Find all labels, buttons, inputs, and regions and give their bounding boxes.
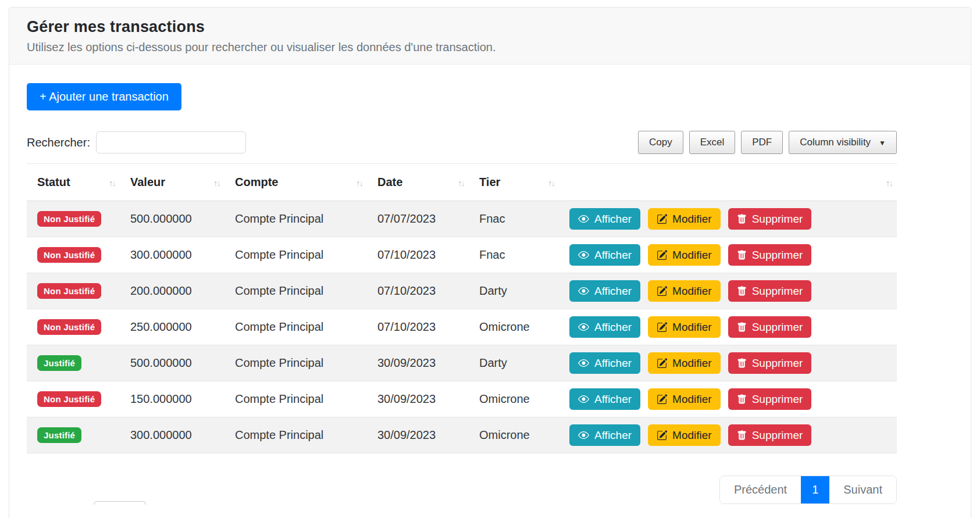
cell-date: 30/09/2023 — [367, 417, 469, 453]
column-header-compte[interactable]: Compte↑↓ — [224, 164, 367, 201]
status-badge: Non Justifié — [37, 319, 101, 335]
table-row: Justifié500.000000Compte Principal30/09/… — [27, 345, 897, 381]
column-visibility-button[interactable]: Column visibility▼ — [789, 131, 897, 154]
view-button[interactable]: Afficher — [569, 316, 640, 338]
edit-button[interactable]: Modifier — [648, 244, 721, 266]
edit-icon — [657, 250, 667, 260]
view-button[interactable]: Afficher — [569, 388, 640, 410]
cell-date: 07/10/2023 — [367, 309, 469, 345]
pdf-button[interactable]: PDF — [741, 131, 783, 154]
column-header-actions[interactable]: ↑↓ — [559, 164, 897, 201]
pagination: Précédent 1 Suivant — [719, 476, 897, 504]
transactions-card: Gérer mes transactions Utilisez les opti… — [9, 7, 971, 518]
eye-icon — [578, 321, 589, 333]
cell-compte: Compte Principal — [224, 417, 367, 453]
edit-button[interactable]: Modifier — [648, 352, 721, 374]
table-controls: Rechercher: Copy Excel PDF Column visibi… — [27, 131, 897, 154]
view-button[interactable]: Afficher — [569, 280, 640, 302]
column-header-tier[interactable]: Tier↑↓ — [469, 164, 559, 201]
sort-icon[interactable]: ↑↓ — [109, 177, 115, 187]
sort-icon[interactable]: ↑↓ — [886, 177, 892, 187]
excel-button[interactable]: Excel — [689, 131, 736, 154]
cell-compte: Compte Principal — [224, 381, 367, 417]
cell-date: 30/09/2023 — [367, 345, 469, 381]
cell-actions: AfficherModifierSupprimer — [559, 381, 897, 417]
cell-valeur: 500.000000 — [120, 345, 224, 381]
search-label: Rechercher: — [27, 136, 90, 149]
sort-icon[interactable]: ↑↓ — [356, 177, 362, 187]
cell-actions: AfficherModifierSupprimer — [559, 237, 897, 273]
edit-button[interactable]: Modifier — [648, 280, 721, 302]
cell-valeur: 150.000000 — [120, 381, 224, 417]
edit-button[interactable]: Modifier — [648, 424, 721, 446]
eye-icon — [578, 249, 589, 260]
status-badge: Justifié — [37, 427, 81, 443]
transactions-table: Statut↑↓ Valeur↑↓ Compte↑↓ Date↑↓ Tier↑↓… — [27, 163, 897, 453]
delete-button[interactable]: Supprimer — [728, 316, 812, 338]
table-row: Non Justifié300.000000Compte Principal07… — [27, 237, 897, 273]
cell-valeur: 300.000000 — [120, 237, 224, 273]
edit-button[interactable]: Modifier — [648, 208, 721, 230]
eye-icon — [578, 430, 589, 441]
cell-actions: AfficherModifierSupprimer — [559, 273, 897, 309]
sort-icon[interactable]: ↑↓ — [458, 177, 464, 187]
add-transaction-button[interactable]: + Ajouter une transaction — [27, 83, 181, 110]
status-badge: Non Justifié — [37, 211, 101, 227]
pagination-page-1[interactable]: 1 — [801, 476, 829, 503]
cell-actions: AfficherModifierSupprimer — [559, 309, 897, 345]
table-row: Non Justifié200.000000Compte Principal07… — [27, 273, 897, 309]
cell-date: 30/09/2023 — [367, 381, 469, 417]
table-row: Non Justifié150.000000Compte Principal30… — [27, 381, 897, 417]
view-button[interactable]: Afficher — [569, 424, 640, 446]
status-badge: Non Justifié — [37, 247, 101, 263]
copy-button[interactable]: Copy — [638, 131, 683, 154]
cell-statut: Non Justifié — [27, 237, 120, 273]
delete-button[interactable]: Supprimer — [728, 388, 812, 410]
cell-statut: Non Justifié — [27, 309, 120, 345]
cell-tier: Darty — [469, 345, 559, 381]
column-header-valeur[interactable]: Valeur↑↓ — [120, 164, 224, 201]
delete-button[interactable]: Supprimer — [728, 424, 812, 446]
table-header-row: Statut↑↓ Valeur↑↓ Compte↑↓ Date↑↓ Tier↑↓… — [27, 164, 897, 201]
delete-button[interactable]: Supprimer — [728, 244, 812, 266]
cell-tier: Fnac — [469, 201, 559, 237]
delete-button[interactable]: Supprimer — [728, 280, 812, 302]
sort-icon[interactable]: ↑↓ — [548, 177, 554, 187]
view-button[interactable]: Afficher — [569, 208, 640, 230]
export-buttons: Copy Excel PDF Column visibility▼ — [632, 131, 897, 154]
column-header-date[interactable]: Date↑↓ — [367, 164, 469, 201]
cell-tier: Omicrone — [469, 381, 559, 417]
column-header-statut[interactable]: Statut↑↓ — [27, 164, 120, 201]
pagination-next-button[interactable]: Suivant — [829, 476, 896, 503]
sort-icon[interactable]: ↑↓ — [213, 177, 220, 187]
eye-icon — [578, 394, 589, 405]
edit-icon — [657, 286, 667, 296]
eye-icon — [578, 285, 589, 296]
status-badge: Non Justifié — [37, 283, 101, 299]
edit-icon — [657, 394, 667, 405]
cell-statut: Justifié — [27, 345, 120, 381]
cell-valeur: 300.000000 — [120, 417, 224, 453]
pagination-previous-button[interactable]: Précédent — [720, 476, 801, 503]
cell-date: 07/10/2023 — [367, 273, 469, 309]
view-button[interactable]: Afficher — [569, 244, 640, 266]
cell-valeur: 200.000000 — [120, 273, 224, 309]
edit-button[interactable]: Modifier — [648, 316, 721, 338]
status-badge: Justifié — [37, 355, 81, 371]
cutoff-element — [94, 501, 146, 505]
cell-compte: Compte Principal — [224, 309, 367, 345]
cell-date: 07/10/2023 — [367, 237, 469, 273]
trash-icon — [737, 214, 747, 224]
cell-statut: Non Justifié — [27, 273, 120, 309]
edit-button[interactable]: Modifier — [648, 388, 721, 410]
delete-button[interactable]: Supprimer — [728, 352, 812, 374]
edit-icon — [657, 358, 667, 369]
card-body: + Ajouter une transaction Rechercher: Co… — [9, 65, 971, 504]
cell-statut: Non Justifié — [27, 201, 120, 237]
cell-tier: Omicrone — [469, 309, 559, 345]
cell-compte: Compte Principal — [224, 273, 367, 309]
view-button[interactable]: Afficher — [569, 352, 640, 374]
cell-valeur: 500.000000 — [120, 201, 224, 237]
search-input[interactable] — [96, 131, 246, 153]
delete-button[interactable]: Supprimer — [728, 208, 812, 230]
